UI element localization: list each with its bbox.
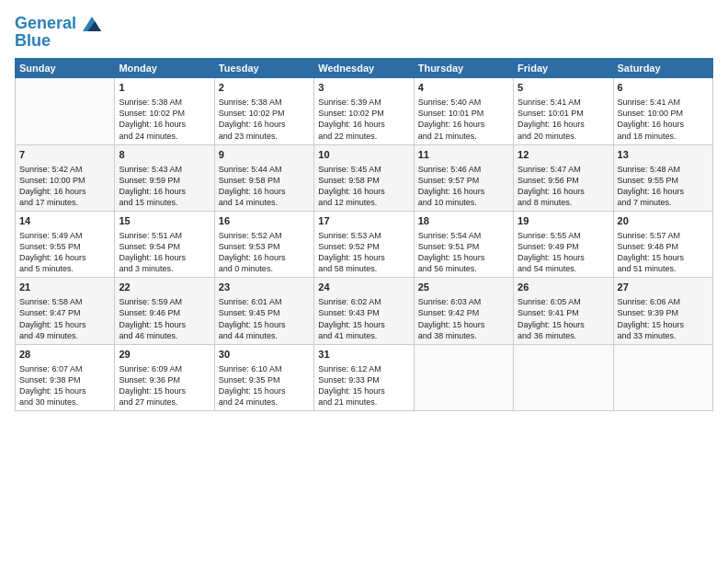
day-info-line: and 58 minutes. <box>318 263 409 274</box>
calendar-cell: 26Sunrise: 6:05 AMSunset: 9:41 PMDayligh… <box>514 278 613 344</box>
day-number: 2 <box>219 81 310 95</box>
day-info-line: Sunset: 10:02 PM <box>318 108 409 119</box>
day-info-line: Daylight: 16 hours <box>418 186 509 197</box>
day-info-line: Sunrise: 5:41 AM <box>518 97 609 108</box>
day-info-line: Daylight: 16 hours <box>219 186 310 197</box>
day-info-line: Sunrise: 6:06 AM <box>618 296 709 307</box>
day-info-line: Daylight: 16 hours <box>618 119 709 130</box>
day-info-line: Sunrise: 5:53 AM <box>318 230 409 241</box>
day-info-line: Sunset: 9:43 PM <box>318 307 409 318</box>
day-info-line: and 21 minutes. <box>418 131 509 142</box>
weekday-header: Thursday <box>414 59 513 78</box>
day-info-line: Daylight: 16 hours <box>618 186 709 197</box>
calendar-cell: 24Sunrise: 6:02 AMSunset: 9:43 PMDayligh… <box>314 278 414 344</box>
calendar-cell: 15Sunrise: 5:51 AMSunset: 9:54 PMDayligh… <box>115 212 214 278</box>
calendar-cell: 28Sunrise: 6:07 AMSunset: 9:38 PMDayligh… <box>16 344 115 410</box>
calendar-cell: 11Sunrise: 5:46 AMSunset: 9:57 PMDayligh… <box>414 144 513 211</box>
day-info-line: Daylight: 15 hours <box>219 319 310 330</box>
day-number: 27 <box>618 281 709 294</box>
day-info-line: Daylight: 16 hours <box>518 119 609 130</box>
day-info-line: Sunset: 9:35 PM <box>219 374 310 385</box>
day-number: 13 <box>618 148 709 162</box>
day-info-line: Sunrise: 5:47 AM <box>518 164 609 175</box>
day-info-line: Sunrise: 5:58 AM <box>19 296 110 307</box>
day-number: 10 <box>318 148 409 162</box>
day-info-line: Sunrise: 5:42 AM <box>19 164 110 175</box>
day-info-line: Sunset: 10:01 PM <box>418 108 509 119</box>
day-info-line: and 21 minutes. <box>318 396 409 408</box>
day-info-line: Sunset: 9:52 PM <box>318 241 409 252</box>
calendar-cell <box>514 344 613 410</box>
day-info-line: and 30 minutes. <box>19 396 110 408</box>
day-info-line: Daylight: 16 hours <box>219 119 310 130</box>
day-info-line: Sunset: 9:48 PM <box>618 241 709 252</box>
day-info-line: Sunset: 9:49 PM <box>518 241 609 252</box>
calendar-week-row: 21Sunrise: 5:58 AMSunset: 9:47 PMDayligh… <box>16 278 713 344</box>
day-info-line: Sunset: 9:38 PM <box>19 374 110 385</box>
day-info-line: Sunset: 9:45 PM <box>219 307 310 318</box>
weekday-header: Saturday <box>613 59 712 78</box>
day-number: 26 <box>518 281 609 294</box>
day-number: 14 <box>19 214 110 228</box>
day-number: 30 <box>219 348 310 362</box>
calendar-cell: 19Sunrise: 5:55 AMSunset: 9:49 PMDayligh… <box>514 212 613 278</box>
day-info-line: Sunrise: 6:01 AM <box>219 296 310 307</box>
day-info-line: Sunset: 9:46 PM <box>119 307 210 318</box>
calendar-table: SundayMondayTuesdayWednesdayThursdayFrid… <box>15 58 713 411</box>
day-info-line: Sunrise: 5:57 AM <box>618 230 709 241</box>
day-info-line: Sunrise: 5:45 AM <box>318 164 409 175</box>
day-info-line: Daylight: 15 hours <box>418 319 509 330</box>
day-info-line: and 12 minutes. <box>318 197 409 208</box>
day-number: 21 <box>19 281 110 294</box>
day-info-line: Sunset: 9:55 PM <box>19 241 110 252</box>
day-info-line: and 27 minutes. <box>119 396 210 408</box>
day-info-line: Daylight: 16 hours <box>318 186 409 197</box>
day-info-line: Daylight: 16 hours <box>318 119 409 130</box>
day-info-line: and 5 minutes. <box>19 263 110 274</box>
day-info-line: Daylight: 15 hours <box>318 252 409 263</box>
day-info-line: Sunrise: 5:48 AM <box>618 164 709 175</box>
calendar-cell: 17Sunrise: 5:53 AMSunset: 9:52 PMDayligh… <box>314 212 414 278</box>
day-info-line: and 3 minutes. <box>119 263 210 274</box>
day-info-line: Daylight: 15 hours <box>418 252 509 263</box>
day-info-line: Sunset: 9:57 PM <box>418 175 509 186</box>
day-number: 31 <box>318 348 409 362</box>
calendar-cell <box>16 78 115 144</box>
day-info-line: and 46 minutes. <box>119 330 210 341</box>
day-info-line: Sunrise: 6:12 AM <box>318 363 409 374</box>
day-info-line: Sunset: 9:39 PM <box>618 307 709 318</box>
calendar-week-row: 28Sunrise: 6:07 AMSunset: 9:38 PMDayligh… <box>16 344 713 410</box>
day-info-line: and 44 minutes. <box>219 330 310 341</box>
day-info-line: Sunset: 10:00 PM <box>19 175 110 186</box>
day-info-line: Sunset: 10:02 PM <box>219 108 310 119</box>
day-info-line: and 36 minutes. <box>518 330 609 341</box>
day-info-line: Sunset: 9:56 PM <box>518 175 609 186</box>
calendar-cell: 12Sunrise: 5:47 AMSunset: 9:56 PMDayligh… <box>514 144 613 211</box>
weekday-header: Sunday <box>16 59 115 78</box>
day-info-line: and 33 minutes. <box>618 330 709 341</box>
day-info-line: Sunset: 10:02 PM <box>119 108 210 119</box>
day-info-line: Daylight: 15 hours <box>119 319 210 330</box>
day-info-line: and 7 minutes. <box>618 197 709 208</box>
day-info-line: Sunrise: 5:41 AM <box>618 97 709 108</box>
day-info-line: Daylight: 16 hours <box>219 252 310 263</box>
day-info-line: Sunset: 10:01 PM <box>518 108 609 119</box>
day-number: 22 <box>119 281 210 294</box>
day-info-line: Daylight: 15 hours <box>318 319 409 330</box>
day-info-line: Sunset: 9:53 PM <box>219 241 310 252</box>
day-number: 19 <box>518 214 609 228</box>
day-number: 5 <box>518 81 609 95</box>
day-info-line: Sunrise: 5:46 AM <box>418 164 509 175</box>
day-info-line: Sunset: 9:42 PM <box>418 307 509 318</box>
day-info-line: Sunrise: 5:44 AM <box>219 164 310 175</box>
day-number: 20 <box>618 214 709 228</box>
day-info-line: Daylight: 16 hours <box>19 252 110 263</box>
logo: General Blue <box>15 15 101 51</box>
calendar-cell: 30Sunrise: 6:10 AMSunset: 9:35 PMDayligh… <box>214 344 313 410</box>
day-info-line: Sunrise: 5:40 AM <box>418 97 509 108</box>
day-number: 12 <box>518 148 609 162</box>
day-number: 4 <box>418 81 509 95</box>
day-info-line: Sunset: 9:54 PM <box>119 241 210 252</box>
day-info-line: Sunset: 9:41 PM <box>518 307 609 318</box>
day-info-line: Sunrise: 6:05 AM <box>518 296 609 307</box>
